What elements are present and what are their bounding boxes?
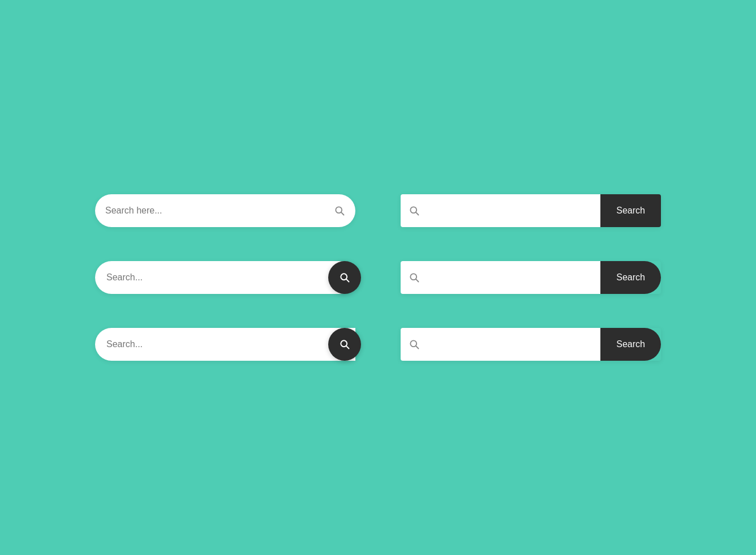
search-icon-2: [339, 272, 350, 283]
search-bar-rect-rounded: Search: [401, 261, 661, 294]
search-button-6[interactable]: Search: [600, 328, 661, 361]
search-icon-area-5: [401, 261, 600, 294]
search-bar-pill-icon-right: [95, 194, 355, 227]
svg-line-5: [346, 279, 349, 282]
svg-line-9: [346, 346, 349, 349]
search-input-1[interactable]: [105, 206, 334, 216]
search-button-5[interactable]: Search: [600, 261, 661, 294]
svg-line-7: [416, 279, 419, 282]
search-icon-3: [339, 339, 350, 350]
search-bars-container: Search Search: [61, 160, 695, 395]
search-circle-button-2[interactable]: [328, 261, 361, 294]
search-icon-6: [409, 339, 420, 350]
search-icon-5: [409, 272, 420, 283]
search-bar-rect-half-pill: Search: [401, 328, 661, 361]
search-button-4[interactable]: Search: [600, 194, 661, 227]
search-icon-area-4: [401, 194, 600, 227]
search-bar-rect-sharp: Search: [401, 194, 661, 227]
search-icon-4: [409, 205, 420, 216]
svg-line-3: [416, 212, 419, 215]
search-bar-half-pill-circle: [95, 328, 355, 361]
search-input-2[interactable]: [95, 261, 355, 294]
search-icon-area-6: [401, 328, 600, 361]
svg-line-1: [341, 212, 344, 215]
svg-line-11: [416, 346, 419, 349]
search-input-3[interactable]: [95, 328, 355, 361]
search-bar-pill-circle: [95, 261, 355, 294]
search-icon-1: [334, 205, 345, 216]
search-circle-button-3[interactable]: [328, 328, 361, 361]
